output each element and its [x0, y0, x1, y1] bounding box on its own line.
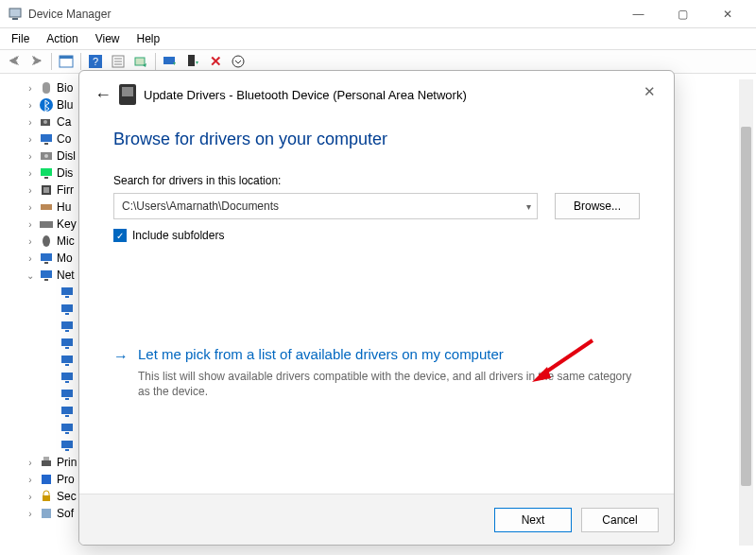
tree-chevron-icon: › [25, 151, 36, 162]
window-close-button[interactable]: ✕ [706, 1, 748, 27]
tree-chevron-icon: › [25, 253, 36, 264]
svg-rect-45 [61, 390, 73, 397]
svg-rect-35 [61, 304, 73, 312]
app-icon [8, 7, 23, 22]
svg-rect-56 [43, 495, 50, 501]
svg-rect-33 [61, 287, 73, 295]
update-drivers-dialog: ✕ ← Update Drivers - Bluetooth Device (P… [78, 70, 675, 546]
toolbar-forward-button[interactable]: ⮞ [26, 51, 47, 72]
back-arrow-icon: ⮜ [9, 55, 20, 68]
tree-chevron-icon: › [25, 168, 36, 179]
toolbar-help-button[interactable]: ? [85, 51, 106, 72]
svg-rect-54 [43, 457, 49, 460]
include-subfolders-checkbox[interactable]: ✓ Include subfolders [113, 229, 640, 242]
mouse-icon [39, 234, 54, 249]
cam-icon [39, 114, 54, 130]
dialog-footer: Next Cancel [79, 494, 674, 545]
device-icon [119, 84, 136, 105]
svg-rect-43 [61, 373, 73, 380]
svg-point-13 [232, 56, 244, 67]
tree-item-label: Firr [57, 183, 74, 197]
monitor-icon [39, 251, 54, 266]
monitor-icon [39, 131, 54, 147]
tree-chevron-icon: › [25, 475, 36, 485]
tree-item-label: Mic [57, 234, 75, 248]
scrollbar-thumb[interactable] [741, 127, 751, 486]
cancel-button[interactable]: Cancel [581, 508, 659, 532]
tree-chevron-icon: › [25, 100, 36, 111]
tree-chevron-icon: › [25, 83, 36, 94]
svg-rect-10 [135, 58, 145, 65]
svg-rect-57 [42, 509, 51, 518]
browse-button[interactable]: Browse... [555, 193, 640, 219]
svg-rect-36 [65, 313, 69, 315]
tree-chevron-icon: › [25, 509, 36, 519]
tree-chevron-icon: › [25, 117, 36, 128]
tree-item-label: Ca [57, 115, 71, 129]
tree-item-label: Hu [57, 200, 71, 214]
printer-icon [39, 455, 54, 470]
svg-rect-12 [188, 55, 195, 66]
toolbar-scan-button[interactable] [130, 51, 151, 72]
svg-rect-34 [65, 296, 69, 298]
down-circle-icon [231, 54, 246, 69]
dialog-title: Update Drivers - Bluetooth Device (Perso… [144, 88, 467, 102]
vertical-scrollbar[interactable] [739, 79, 753, 546]
bt-icon [39, 97, 54, 113]
menu-file[interactable]: File [4, 30, 37, 47]
forward-arrow-icon: ⮞ [31, 55, 43, 68]
window-minimize-button[interactable]: — [617, 1, 660, 27]
svg-rect-3 [60, 56, 73, 59]
driver-path-combobox[interactable]: C:\Users\Amarnath\Documents ▾ [113, 193, 538, 219]
tree-item-label: Disl [57, 149, 76, 163]
toolbar-uninstall-button[interactable]: ✕ [205, 51, 226, 72]
kbd-icon [39, 217, 54, 232]
menu-help[interactable]: Help [129, 30, 168, 47]
svg-rect-37 [61, 321, 73, 329]
svg-rect-55 [42, 475, 51, 484]
pick-from-list-option[interactable]: → Let me pick from a list of available d… [113, 346, 640, 399]
svg-rect-53 [42, 460, 51, 466]
tree-chevron-icon: › [25, 202, 36, 213]
adapter-icon [60, 438, 75, 453]
adapter-icon [60, 387, 75, 402]
disk-icon [39, 148, 54, 164]
svg-rect-44 [65, 381, 69, 383]
toolbar-back-button[interactable]: ⮜ [4, 51, 25, 72]
toolbar-update-driver-button[interactable] [160, 51, 180, 72]
adapter-icon [60, 319, 75, 334]
chip-icon [39, 182, 54, 198]
svg-point-17 [43, 120, 47, 124]
window-maximize-button[interactable]: ▢ [662, 1, 704, 27]
svg-rect-47 [61, 407, 73, 414]
window-titlebar: Device Manager — ▢ ✕ [0, 0, 756, 28]
menu-view[interactable]: View [88, 30, 128, 47]
include-subfolders-label: Include subfolders [132, 229, 224, 242]
tree-item-label: Pro [57, 473, 75, 486]
dialog-back-button[interactable]: ← [94, 85, 119, 105]
svg-point-28 [43, 235, 50, 247]
tree-item-label: Bio [57, 81, 73, 95]
toolbar-disable-button[interactable] [182, 51, 203, 72]
dialog-close-button[interactable]: ✕ [634, 78, 664, 105]
adapter-icon [60, 336, 75, 351]
svg-rect-48 [65, 415, 69, 417]
toolbar-legacy-button[interactable] [228, 51, 249, 72]
svg-rect-26 [41, 204, 52, 210]
arrow-right-icon: → [113, 348, 129, 365]
svg-rect-41 [61, 356, 73, 363]
menu-bar: File Action View Help [0, 28, 756, 49]
svg-rect-14 [43, 82, 50, 94]
tree-chevron-icon: › [25, 458, 36, 468]
panel-icon [59, 54, 74, 69]
svg-rect-25 [43, 187, 49, 193]
toolbar-properties-button[interactable] [108, 51, 129, 72]
next-button[interactable]: Next [494, 508, 572, 532]
menu-action[interactable]: Action [39, 30, 85, 47]
tree-chevron-icon: › [25, 219, 36, 230]
toolbar-show-hidden-button[interactable] [56, 51, 77, 72]
uninstall-x-icon: ✕ [210, 53, 222, 70]
toolbar-separator [80, 53, 81, 70]
svg-text:?: ? [93, 56, 98, 67]
adapter-icon [60, 404, 75, 419]
